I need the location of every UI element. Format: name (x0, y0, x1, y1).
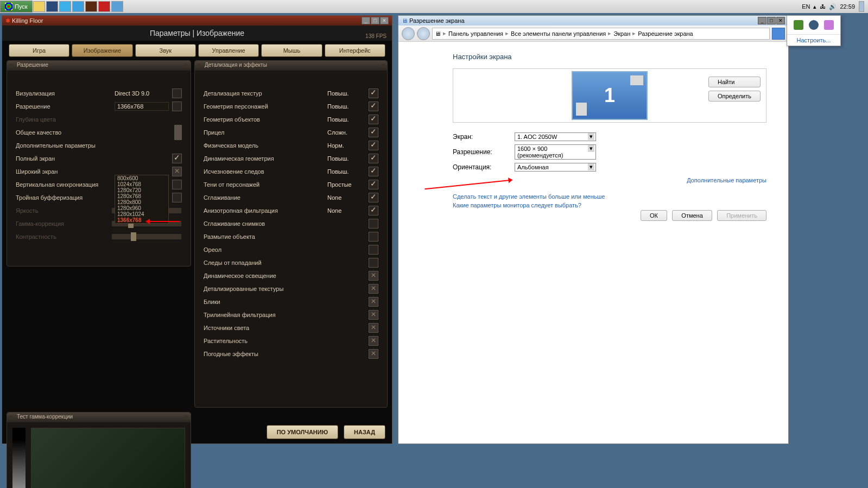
start-button[interactable]: Пуск (0, 1, 33, 12)
checkbox[interactable] (369, 88, 378, 98)
checkbox[interactable] (369, 297, 378, 307)
ok-button[interactable]: ОК (641, 210, 667, 221)
checkbox[interactable] (172, 180, 182, 189)
dropdown-item[interactable]: 1280x720 (115, 187, 168, 193)
network-icon[interactable]: 🖧 (820, 3, 826, 10)
taskbar-app-icon[interactable] (33, 1, 45, 12)
close-button[interactable]: ✕ (776, 17, 785, 24)
window-titlebar: ✱ Killing Floor _ □ ✕ (2, 16, 392, 26)
screen-select[interactable]: 1. AOC 2050W (515, 132, 596, 141)
dropdown-item-selected[interactable]: 1366x768 (115, 217, 168, 223)
setting-label: Блики (204, 299, 327, 305)
back-button[interactable]: НАЗАД (344, 425, 385, 439)
tray-configure-link[interactable]: Настроить... (787, 34, 840, 46)
dropdown-toggle[interactable] (172, 88, 182, 98)
maximize-button[interactable]: □ (371, 17, 379, 24)
steam-icon[interactable] (809, 20, 819, 30)
taskbar-app-icon[interactable] (46, 1, 58, 12)
cancel-button[interactable]: Отмена (672, 210, 712, 221)
setting-value: Простые (327, 181, 365, 188)
setting-label: Растительность (204, 338, 327, 344)
checkbox[interactable] (369, 115, 378, 124)
checkbox[interactable] (369, 310, 378, 320)
resolution-select[interactable]: 1600 × 900 (рекомендуется) (515, 144, 596, 160)
taskbar-app-icon[interactable] (72, 1, 84, 12)
volume-icon[interactable]: 🔊 (829, 3, 837, 10)
checkbox[interactable] (369, 232, 378, 242)
close-button[interactable]: ✕ (380, 17, 389, 24)
panel-header: Разрешение (7, 61, 191, 71)
dropdown-item[interactable]: 1280x768 (115, 193, 168, 199)
nvidia-icon[interactable] (794, 20, 803, 30)
tab-sound[interactable]: Звук (135, 44, 196, 57)
checkbox[interactable] (369, 180, 378, 189)
find-button[interactable]: Найти (708, 77, 761, 87)
minimize-button[interactable]: _ (362, 17, 370, 24)
slider-grip[interactable] (174, 125, 182, 140)
tray-chevron-icon[interactable]: ▴ (813, 3, 816, 10)
tab-controls[interactable]: Управление (198, 44, 259, 57)
orientation-select[interactable]: Альбомная (515, 163, 596, 172)
checkbox[interactable] (369, 167, 378, 176)
checkbox[interactable] (369, 206, 378, 216)
app-icon[interactable] (824, 20, 834, 30)
detect-button[interactable]: Определить (708, 91, 761, 102)
resolution-combo[interactable]: 1366x768 (115, 102, 169, 111)
checkbox[interactable] (172, 154, 182, 163)
checkbox[interactable] (369, 323, 378, 333)
text-size-link[interactable]: Сделать текст и другие элементы больше и… (453, 193, 766, 200)
apply-button[interactable]: Применить (717, 210, 766, 221)
checkbox[interactable] (369, 258, 378, 268)
dropdown-item[interactable]: 1280x800 (115, 199, 168, 205)
windows-icon (5, 3, 12, 10)
show-desktop[interactable] (859, 1, 864, 12)
monitor-thumbnail[interactable]: 1 (572, 71, 648, 120)
taskbar-app-icon[interactable] (59, 1, 71, 12)
taskbar-app-icon[interactable] (98, 1, 110, 12)
contrast-slider[interactable] (111, 233, 182, 240)
resolution-dropdown[interactable]: 800x600 1024x768 1280x720 1280x768 1280x… (115, 175, 169, 224)
checkbox[interactable] (369, 349, 378, 359)
setting-label: Физическая модель (204, 142, 327, 149)
checkbox[interactable] (369, 193, 378, 202)
checkbox[interactable] (369, 219, 378, 229)
checkbox[interactable] (369, 336, 378, 346)
tab-game[interactable]: Игра (9, 44, 69, 57)
tab-display[interactable]: Изображение (72, 44, 132, 57)
setting-value: Повыш. (327, 116, 365, 123)
nav-back-button[interactable] (402, 27, 415, 40)
search-button[interactable] (772, 28, 785, 40)
breadcrumb[interactable]: 🖥▸ Панель управления▸ Все элементы панел… (432, 28, 770, 40)
checkbox[interactable] (369, 271, 378, 281)
clock[interactable]: 22:59 (840, 3, 855, 10)
maximize-button[interactable]: □ (767, 17, 776, 24)
checkbox[interactable] (172, 167, 182, 176)
tab-mouse[interactable]: Мышь (261, 44, 322, 57)
checkbox[interactable] (369, 154, 378, 163)
monitor-help-link[interactable]: Какие параметры монитора следует выбрать… (453, 202, 766, 208)
dropdown-toggle[interactable] (172, 102, 182, 111)
checkbox[interactable] (369, 245, 378, 255)
setting-value: Сложн. (327, 129, 365, 136)
checkbox[interactable] (172, 193, 182, 202)
setting-value: Норм. (327, 142, 365, 149)
minimize-button[interactable]: _ (758, 17, 766, 24)
dropdown-item[interactable]: 1024x768 (115, 181, 168, 187)
settings-header: Параметры | Изображение 138 FPS (2, 26, 392, 41)
setting-value: Повыш. (327, 168, 365, 175)
checkbox[interactable] (369, 141, 378, 150)
checkbox[interactable] (369, 284, 378, 294)
tab-interface[interactable]: Интерфейс (325, 44, 385, 57)
language-indicator[interactable]: EN (802, 3, 810, 10)
taskbar-app-icon[interactable] (85, 1, 97, 12)
setting-label: Детализация текстур (204, 90, 327, 97)
checkbox[interactable] (369, 102, 378, 111)
detail-panel: Детализация и эффекты Детализация тексту… (194, 60, 388, 408)
defaults-button[interactable]: ПО УМОЛЧАНИЮ (267, 425, 338, 439)
dropdown-item[interactable]: 1280x960 (115, 205, 168, 211)
dropdown-item[interactable]: 1280x1024 (115, 211, 168, 217)
checkbox[interactable] (369, 128, 378, 137)
dropdown-item[interactable]: 800x600 (115, 175, 168, 181)
nav-forward-button[interactable] (417, 27, 430, 40)
taskbar-app-icon[interactable] (111, 1, 123, 12)
